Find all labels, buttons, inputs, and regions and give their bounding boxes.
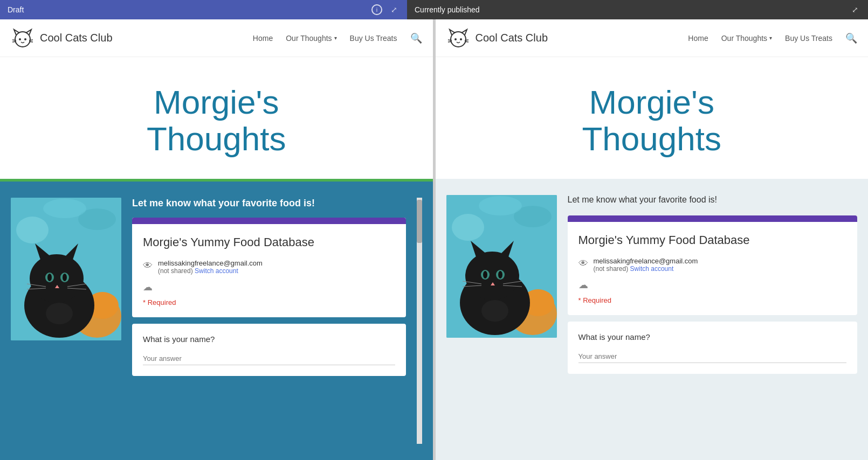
published-label: Currently published xyxy=(415,5,480,14)
published-panel: Cool Cats Club Home Our Thoughts ▾ Buy U… xyxy=(436,19,869,460)
svg-point-18 xyxy=(47,274,52,281)
expand-icon-left[interactable]: ⤢ xyxy=(389,4,399,15)
published-bar: Currently published ⤢ xyxy=(407,0,868,19)
svg-point-45 xyxy=(483,271,487,278)
svg-line-4 xyxy=(12,41,16,42)
right-nav: Cool Cats Club Home Our Thoughts ▾ Buy U… xyxy=(436,19,869,57)
right-switch-link[interactable]: Switch account xyxy=(630,265,674,273)
svg-point-49 xyxy=(481,300,508,322)
svg-point-8 xyxy=(16,217,49,243)
draft-panel: Cool Cats Club Home Our Thoughts ▾ Buy U… xyxy=(0,19,433,460)
svg-point-1 xyxy=(19,38,21,40)
left-form-label: Let me know what your favorite food is! xyxy=(132,198,406,209)
right-logo-text: Cool Cats Club xyxy=(476,32,548,44)
left-form-container: Let me know what your favorite food is! … xyxy=(132,198,406,444)
svg-point-28 xyxy=(454,38,457,40)
left-name-card: What is your name? xyxy=(132,324,406,376)
right-scroll-content: Let me know what your favorite food is! … xyxy=(436,179,869,460)
left-form-title: Morgie's Yummy Food Database xyxy=(143,235,395,250)
left-nav: Cool Cats Club Home Our Thoughts ▾ Buy U… xyxy=(0,19,433,57)
right-cat-image xyxy=(446,195,557,338)
search-icon-left[interactable]: 🔍 xyxy=(410,32,422,44)
info-icon[interactable]: i xyxy=(371,4,382,15)
right-cloud-row: ☁ xyxy=(578,279,847,291)
svg-line-30 xyxy=(448,40,452,40)
left-question: What is your name? xyxy=(143,334,395,344)
left-answer-input[interactable] xyxy=(143,352,395,365)
svg-point-22 xyxy=(46,303,73,324)
right-nav-home[interactable]: Home xyxy=(688,34,708,43)
left-cat-image-container xyxy=(11,198,121,444)
right-question: What is your name? xyxy=(578,332,847,341)
expand-icon-right[interactable]: ⤢ xyxy=(850,4,860,15)
svg-point-10 xyxy=(43,199,86,218)
svg-line-3 xyxy=(12,40,16,40)
left-not-shared: (not shared) xyxy=(158,267,193,275)
left-hero-title: Morgie's Thoughts xyxy=(11,84,422,157)
left-nav-home[interactable]: Home xyxy=(253,34,273,43)
cat-photo-right xyxy=(446,195,557,338)
left-account-row: 👁 melissakingfreelance@gmail.com (not sh… xyxy=(143,259,395,275)
left-cat-image xyxy=(11,198,121,340)
svg-point-35 xyxy=(452,214,484,241)
right-account-row: 👁 melissakingfreelance@gmail.com (not sh… xyxy=(578,257,847,273)
svg-line-32 xyxy=(465,40,469,40)
left-scrollbar-thumb[interactable] xyxy=(417,200,422,243)
left-nav-treats[interactable]: Buy Us Treats xyxy=(350,34,397,43)
cat-photo-left xyxy=(11,198,121,340)
draft-bar: Draft i ⤢ xyxy=(0,0,407,19)
left-logo: Cool Cats Club xyxy=(11,26,113,50)
cat-logo-icon-left xyxy=(11,26,35,50)
right-nav-treats[interactable]: Buy Us Treats xyxy=(785,34,832,43)
right-nav-thoughts[interactable]: Our Thoughts ▾ xyxy=(721,34,772,43)
search-icon-right[interactable]: 🔍 xyxy=(845,32,857,44)
left-logo-text: Cool Cats Club xyxy=(40,32,113,44)
svg-line-33 xyxy=(465,41,469,42)
right-form-container: Let me know what your favorite food is! … xyxy=(568,195,858,444)
right-not-shared: (not shared) xyxy=(594,265,629,273)
left-nav-thoughts[interactable]: Our Thoughts ▾ xyxy=(286,34,336,43)
right-name-card: What is your name? xyxy=(568,322,858,374)
right-form-header-card: Morgie's Yummy Food Database 👁 melissaki… xyxy=(568,215,858,315)
svg-point-2 xyxy=(24,38,26,40)
right-hero: Morgie's Thoughts xyxy=(436,57,869,179)
svg-line-6 xyxy=(29,41,33,42)
left-cloud-row: ☁ xyxy=(143,281,395,293)
eye-off-icon-left: 👁 xyxy=(143,260,153,271)
svg-point-14 xyxy=(30,254,84,303)
svg-point-29 xyxy=(460,38,462,40)
left-form-header-card: Morgie's Yummy Food Database 👁 melissaki… xyxy=(132,218,406,317)
svg-point-37 xyxy=(479,196,522,215)
left-required: * Required xyxy=(143,298,395,306)
eye-off-icon-right: 👁 xyxy=(578,258,588,269)
thoughts-chevron-left: ▾ xyxy=(334,35,337,41)
right-form-card-purple-bar xyxy=(568,215,858,222)
left-hero: Morgie's Thoughts xyxy=(0,57,433,179)
draft-label: Draft xyxy=(8,5,24,14)
svg-line-5 xyxy=(29,40,33,40)
right-cat-image-container xyxy=(446,195,557,444)
left-scrollbar[interactable] xyxy=(417,198,422,444)
cloud-icon-right: ☁ xyxy=(578,279,588,291)
left-form-card-purple-bar xyxy=(132,218,406,224)
left-account-email: melissakingfreelance@gmail.com xyxy=(158,259,263,267)
svg-line-31 xyxy=(448,41,452,42)
right-required: * Required xyxy=(578,296,847,304)
svg-point-0 xyxy=(15,32,30,47)
right-form-label: Let me know what your favorite food is! xyxy=(568,195,858,205)
left-content-area: Let me know what your favorite food is! … xyxy=(0,182,433,460)
right-account-email: melissakingfreelance@gmail.com xyxy=(594,257,698,265)
right-content-outer: Let me know what your favorite food is! … xyxy=(436,179,869,460)
cloud-icon-left: ☁ xyxy=(143,281,153,293)
left-switch-link[interactable]: Switch account xyxy=(195,267,238,275)
right-hero-title: Morgie's Thoughts xyxy=(446,84,858,157)
svg-point-27 xyxy=(451,32,466,47)
right-form-title: Morgie's Yummy Food Database xyxy=(578,233,847,248)
svg-point-47 xyxy=(498,271,502,278)
svg-point-20 xyxy=(63,274,67,281)
cat-logo-icon-right xyxy=(446,26,470,50)
right-answer-input[interactable] xyxy=(578,350,847,363)
thoughts-chevron-right: ▾ xyxy=(769,35,772,41)
right-logo: Cool Cats Club xyxy=(446,26,548,50)
svg-point-41 xyxy=(465,252,519,300)
